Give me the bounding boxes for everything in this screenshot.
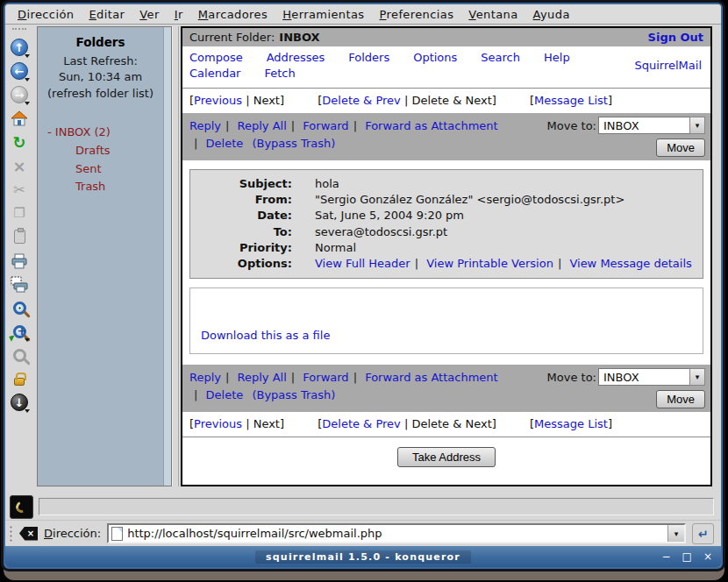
up-icon[interactable]: ↑ bbox=[9, 37, 30, 58]
toolbar-grip[interactable] bbox=[9, 525, 13, 543]
home-icon[interactable] bbox=[9, 108, 30, 129]
view-full-header-link[interactable]: View Full Header bbox=[315, 257, 410, 270]
menu-window[interactable]: Ventana bbox=[468, 8, 517, 21]
chevron-down-icon[interactable]: ▾ bbox=[667, 525, 684, 542]
url-input[interactable] bbox=[127, 527, 667, 540]
toolbar-grip[interactable] bbox=[12, 28, 26, 32]
back-icon[interactable]: ← bbox=[9, 60, 30, 82]
close-button[interactable]: × bbox=[703, 550, 712, 563]
download-file-link[interactable]: Download this as a file bbox=[201, 329, 330, 342]
delete-prev-link[interactable]: Delete & Prev bbox=[322, 417, 400, 430]
folder-list: - INBOX (2) Drafts Sent Trash bbox=[40, 124, 161, 196]
folders-panel: Folders Last Refresh: Sun, 10:34 am (ref… bbox=[37, 26, 172, 486]
folder-sent[interactable]: Sent bbox=[47, 160, 161, 179]
move-button[interactable]: Move bbox=[656, 138, 705, 157]
maximize-button[interactable]: □ bbox=[682, 550, 692, 563]
go-icon[interactable]: ↵ bbox=[692, 523, 714, 544]
move-button[interactable]: Move bbox=[656, 390, 705, 408]
options-label: Options: bbox=[196, 256, 292, 272]
forward-attachment-link[interactable]: Forward as Attachment bbox=[365, 371, 498, 384]
nav-options[interactable]: Options bbox=[413, 51, 457, 64]
nav-help[interactable]: Help bbox=[544, 51, 570, 64]
message-list-link[interactable]: Message List bbox=[534, 417, 608, 430]
reply-all-link[interactable]: Reply All bbox=[238, 371, 287, 384]
refresh-folder-list-link[interactable]: (refresh folder list) bbox=[40, 86, 161, 103]
current-folder-bar: Current Folder: INBOX Sign Out bbox=[182, 28, 710, 46]
reload-icon[interactable]: ↻ bbox=[9, 131, 30, 153]
date-label: Date: bbox=[196, 208, 292, 224]
zoom-out-icon[interactable] bbox=[9, 344, 30, 366]
menu-bookmarks[interactable]: Marcadores bbox=[198, 8, 268, 21]
print-icon[interactable] bbox=[9, 250, 30, 271]
menu-go[interactable]: Ir bbox=[175, 8, 183, 21]
nav-compose[interactable]: Compose bbox=[189, 51, 243, 64]
sign-out-link[interactable]: Sign Out bbox=[648, 31, 703, 44]
from-value: "Sergio González González" <sergio@todos… bbox=[292, 192, 625, 208]
security-icon[interactable] bbox=[9, 368, 30, 389]
menu-tools[interactable]: Herramientas bbox=[282, 8, 364, 21]
main-nav: Compose Addresses Folders Options Search… bbox=[182, 46, 710, 82]
menu-edit[interactable]: Editar bbox=[89, 8, 125, 21]
menu-view[interactable]: Ver bbox=[139, 8, 159, 21]
priority-label: Priority: bbox=[196, 240, 292, 256]
message-headers: Subject:hola From:"Sergio González Gonzá… bbox=[189, 169, 703, 279]
menu-location[interactable]: Dirección bbox=[18, 8, 74, 21]
window-controls: − □ × bbox=[662, 550, 712, 563]
cut-icon[interactable]: ✂ bbox=[9, 179, 30, 200]
chevron-down-icon[interactable]: ▾ bbox=[689, 117, 705, 134]
nav-folders[interactable]: Folders bbox=[348, 51, 389, 64]
folder-drafts[interactable]: Drafts bbox=[47, 142, 161, 160]
reply-all-link[interactable]: Reply All bbox=[238, 119, 287, 132]
view-magnifier-icon[interactable] bbox=[9, 297, 30, 318]
folder-trash[interactable]: Trash bbox=[47, 178, 161, 196]
forward-attachment-link[interactable]: Forward as Attachment bbox=[365, 119, 498, 132]
menu-help[interactable]: Ayuda bbox=[533, 8, 570, 21]
print-frame-icon[interactable] bbox=[9, 273, 30, 295]
delete-prev-link[interactable]: Delete & Prev bbox=[322, 94, 400, 107]
forward-link[interactable]: Forward bbox=[303, 371, 348, 384]
paste-icon[interactable] bbox=[9, 226, 30, 247]
delete-link[interactable]: Delete bbox=[206, 388, 244, 401]
side-toolbar: ↑ ← → ↻ × ✂ ❐ ↓ bbox=[5, 25, 33, 493]
to-value: severa@todoscsi.gsr.pt bbox=[292, 224, 447, 240]
reply-link[interactable]: Reply bbox=[189, 119, 221, 132]
folders-content: Folders Last Refresh: Sun, 10:34 am (ref… bbox=[38, 27, 163, 486]
sidebar-scrollbar[interactable] bbox=[163, 27, 171, 486]
clear-location-icon[interactable]: × bbox=[19, 527, 38, 541]
move-folder-select[interactable]: INBOX bbox=[598, 117, 689, 134]
squirrelmail-brand: SquirrelMail bbox=[634, 59, 703, 72]
take-address-row: Take Address bbox=[182, 436, 710, 477]
move-folder-select[interactable]: INBOX bbox=[598, 368, 689, 386]
pane-splitter[interactable] bbox=[172, 26, 179, 486]
bypass-trash-link[interactable]: (Bypass Trash) bbox=[252, 388, 335, 401]
to-label: To: bbox=[196, 224, 292, 240]
previous-link[interactable]: Previous bbox=[194, 94, 242, 107]
view-message-details-link[interactable]: View Message details bbox=[569, 257, 691, 270]
nav-search[interactable]: Search bbox=[481, 51, 520, 64]
view-printable-link[interactable]: View Printable Version bbox=[426, 257, 553, 270]
zoom-in-icon[interactable] bbox=[9, 321, 30, 342]
status-bar bbox=[39, 498, 714, 515]
previous-link[interactable]: Previous bbox=[194, 417, 242, 430]
download-icon[interactable]: ↓ bbox=[9, 392, 30, 413]
nav-addresses[interactable]: Addresses bbox=[267, 51, 325, 64]
menu-settings[interactable]: Preferencias bbox=[380, 8, 454, 21]
take-address-button[interactable]: Take Address bbox=[397, 447, 496, 467]
delete-link[interactable]: Delete bbox=[206, 137, 244, 150]
stop-icon[interactable]: × bbox=[9, 155, 30, 176]
nav-calendar[interactable]: Calendar bbox=[189, 67, 240, 80]
bypass-trash-link[interactable]: (Bypass Trash) bbox=[252, 137, 335, 150]
chevron-down-icon[interactable]: ▾ bbox=[689, 368, 705, 386]
forward-icon[interactable]: → bbox=[9, 84, 30, 105]
forward-link[interactable]: Forward bbox=[303, 119, 348, 132]
location-toolbar: × Dirección: ▾ ↵ bbox=[5, 520, 721, 546]
main-area: ↑ ← → ↻ × ✂ ❐ ↓ Folders bbox=[5, 25, 721, 493]
minimize-button[interactable]: − bbox=[662, 550, 671, 563]
location-label: Dirección: bbox=[44, 527, 101, 540]
nav-fetch[interactable]: Fetch bbox=[264, 67, 295, 80]
folder-inbox[interactable]: - INBOX (2) bbox=[47, 124, 161, 142]
message-list-link[interactable]: Message List bbox=[534, 94, 608, 107]
move-to-label: Move to: bbox=[547, 371, 596, 384]
copy-icon[interactable]: ❐ bbox=[9, 202, 30, 224]
reply-link[interactable]: Reply bbox=[189, 371, 221, 384]
